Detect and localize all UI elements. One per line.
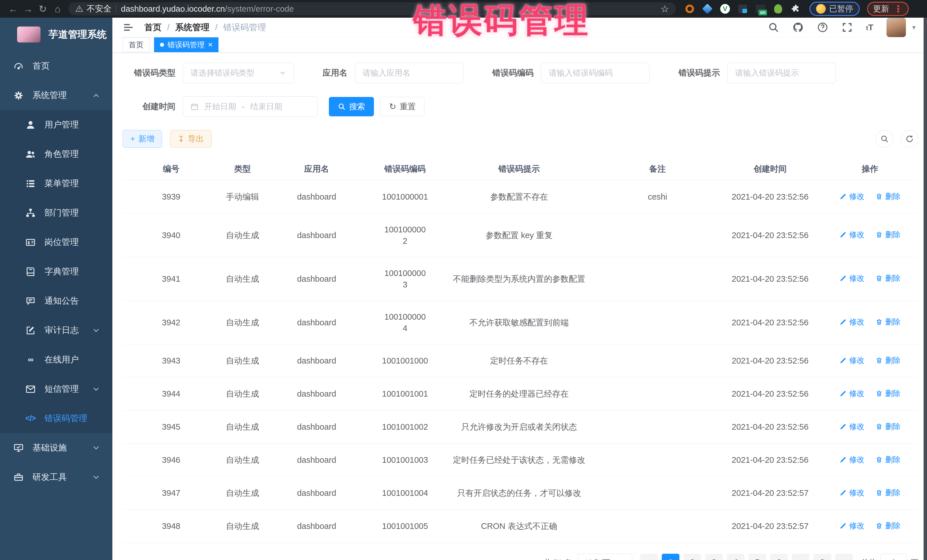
browser-update-button[interactable]: 更新 ⋮ <box>867 2 909 16</box>
edit-link[interactable]: 修改 <box>839 191 865 202</box>
delete-link[interactable]: 删除 <box>875 355 900 366</box>
sidebar-item-error-code-management[interactable]: </> 错误码管理 <box>0 404 112 433</box>
bookmark-star-icon[interactable]: ☆ <box>661 3 669 15</box>
app-name-input[interactable] <box>355 63 463 83</box>
browser-back-icon[interactable]: ← <box>6 3 21 15</box>
page-ellipsis[interactable]: ••• <box>792 554 810 560</box>
extension-person-icon[interactable] <box>773 4 783 14</box>
cell-id: 3948 <box>123 510 220 543</box>
edit-link[interactable]: 修改 <box>839 229 865 240</box>
avatar-caret-icon[interactable]: ▾ <box>912 23 916 31</box>
sidebar-item-online-users[interactable]: ∞ 在线用户 <box>0 345 112 374</box>
sidebar-item-system-management[interactable]: 系统管理 <box>0 81 112 110</box>
org-tree-icon <box>25 208 36 219</box>
page-button-8[interactable]: 8 <box>813 554 831 560</box>
search-button[interactable]: 搜索 <box>329 97 374 116</box>
plus-icon: + <box>130 134 135 143</box>
cell-remark <box>596 344 719 377</box>
delete-link[interactable]: 删除 <box>875 273 900 284</box>
delete-link[interactable]: 删除 <box>875 487 900 498</box>
page-button-4[interactable]: 4 <box>727 554 745 560</box>
sidebar-item-audit-log[interactable]: 审计日志 <box>0 316 112 345</box>
header-search-icon[interactable] <box>768 22 779 33</box>
edit-link[interactable]: 修改 <box>839 487 865 498</box>
sidebar-item-dept-management[interactable]: 部门管理 <box>0 198 112 228</box>
edit-link[interactable]: 修改 <box>839 273 865 284</box>
tag-close-icon[interactable]: × <box>208 41 213 49</box>
app-logo[interactable]: 芋道管理系统 <box>0 18 112 51</box>
delete-link[interactable]: 删除 <box>875 316 900 328</box>
edit-link[interactable]: 修改 <box>839 316 865 328</box>
breadcrumb-home[interactable]: 首页 <box>144 22 161 33</box>
add-button[interactable]: + 新增 <box>123 130 162 148</box>
error-msg-input[interactable] <box>727 63 836 83</box>
page-size-select[interactable]: 10条/页 <box>577 554 632 560</box>
extension-switch-icon[interactable]: on <box>755 4 766 14</box>
next-page-button[interactable]: › <box>835 554 853 560</box>
edit-link[interactable]: 修改 <box>839 454 865 465</box>
export-button[interactable]: ↧ 导出 <box>170 130 211 148</box>
fullscreen-icon[interactable] <box>842 22 853 33</box>
sidebar-item-sms-management[interactable]: 短信管理 <box>0 374 112 404</box>
error-code-input[interactable] <box>541 63 649 83</box>
sidebar-item-home[interactable]: 首页 <box>0 51 112 81</box>
browser-scrollbar[interactable] <box>924 18 927 560</box>
help-question-icon[interactable] <box>817 22 828 33</box>
delete-link[interactable]: 删除 <box>875 388 900 399</box>
goto-page-input[interactable] <box>880 554 907 560</box>
edit-pen-icon <box>839 357 847 364</box>
delete-link[interactable]: 删除 <box>875 421 900 432</box>
create-time-range-picker[interactable]: 开始日期 - 结束日期 <box>183 96 318 117</box>
page-button-1[interactable]: 1 <box>662 554 679 560</box>
sidebar-item-post-management[interactable]: 岗位管理 <box>0 228 112 257</box>
browser-menu-dots-icon[interactable]: ⋮ <box>894 3 903 14</box>
extensions-puzzle-icon[interactable] <box>791 4 801 14</box>
github-icon[interactable] <box>792 22 804 33</box>
download-icon: ↧ <box>178 134 184 144</box>
sidebar-item-label: 审计日志 <box>44 325 79 336</box>
sidebar-item-notice[interactable]: 通知公告 <box>0 286 112 316</box>
tag-error-code[interactable]: 错误码管理 × <box>154 37 219 52</box>
cell-app: dashboard <box>265 377 368 410</box>
page-button-6[interactable]: 6 <box>770 554 788 560</box>
sidebar-item-infrastructure[interactable]: 基础设施 <box>0 433 112 463</box>
hamburger-icon[interactable] <box>123 22 134 33</box>
delete-link[interactable]: 删除 <box>875 520 900 531</box>
breadcrumb-system[interactable]: 系统管理 <box>175 22 209 33</box>
delete-link[interactable]: 删除 <box>875 191 900 202</box>
filter-type-label: 错误码类型 <box>123 67 175 79</box>
page-button-3[interactable]: 3 <box>705 554 723 560</box>
prev-page-button[interactable]: ‹ <box>640 554 658 560</box>
reset-button[interactable]: ↻ 重置 <box>380 97 424 116</box>
sidebar-item-dev-tools[interactable]: 研发工具 <box>0 463 112 492</box>
edit-link[interactable]: 修改 <box>839 421 865 432</box>
cell-app: dashboard <box>265 300 368 344</box>
chevron-down-icon <box>279 69 286 77</box>
browser-home-icon[interactable]: ⌂ <box>50 3 65 15</box>
page-button-2[interactable]: 2 <box>684 554 701 560</box>
sidebar-item-label: 基础设施 <box>32 442 67 454</box>
font-size-icon[interactable]: tT <box>866 23 873 32</box>
browser-reload-icon[interactable]: ↻ <box>35 3 50 15</box>
sidebar-item-user-management[interactable]: 用户管理 <box>0 110 112 140</box>
delete-link[interactable]: 删除 <box>875 454 900 465</box>
refresh-table-button[interactable] <box>901 130 918 148</box>
error-type-select[interactable]: 请选择错误码类型 <box>183 63 294 83</box>
extension-blue-gem-icon[interactable] <box>702 4 713 14</box>
user-avatar[interactable] <box>886 18 906 37</box>
tag-home[interactable]: 首页 <box>123 37 149 52</box>
sidebar-item-menu-management[interactable]: 菜单管理 <box>0 169 112 198</box>
edit-link[interactable]: 修改 <box>839 355 865 366</box>
page-button-5[interactable]: 5 <box>748 554 766 560</box>
profile-paused-badge[interactable]: 已暂停 <box>810 2 860 16</box>
show-search-toggle-button[interactable] <box>876 130 894 148</box>
browser-forward-icon[interactable]: → <box>21 3 35 15</box>
delete-link[interactable]: 删除 <box>875 229 900 240</box>
extension-orange-ring-icon[interactable] <box>685 4 695 14</box>
edit-link[interactable]: 修改 <box>839 388 865 399</box>
edit-link[interactable]: 修改 <box>839 520 865 531</box>
sidebar-item-role-management[interactable]: 角色管理 <box>0 140 112 169</box>
extension-vue-devtools-icon[interactable]: V <box>720 4 730 14</box>
extension-grid-icon[interactable] <box>738 4 748 14</box>
sidebar-item-dict-management[interactable]: 字典管理 <box>0 257 112 286</box>
